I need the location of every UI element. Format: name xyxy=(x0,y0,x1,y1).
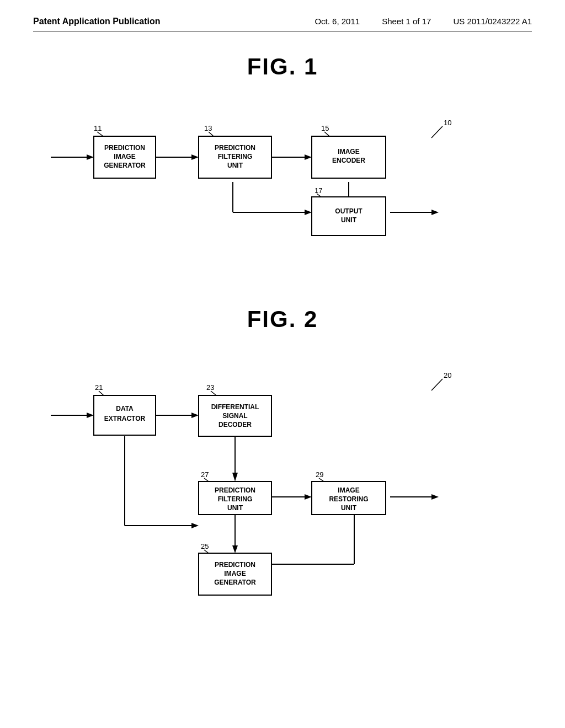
header-right: Oct. 6, 2011 Sheet 1 of 17 US 2011/02432… xyxy=(315,17,532,26)
svg-text:17: 17 xyxy=(315,186,322,195)
svg-text:ENCODER: ENCODER xyxy=(332,157,365,164)
svg-marker-53 xyxy=(351,507,357,515)
svg-text:11: 11 xyxy=(94,124,102,132)
svg-text:15: 15 xyxy=(321,124,329,132)
svg-text:DIFFERENTIAL: DIFFERENTIAL xyxy=(211,403,259,411)
svg-marker-50 xyxy=(232,545,238,553)
svg-text:GENERATOR: GENERATOR xyxy=(214,579,256,586)
svg-text:OUTPUT: OUTPUT xyxy=(335,207,363,215)
svg-text:25: 25 xyxy=(201,542,209,550)
svg-line-29 xyxy=(324,132,329,136)
svg-marker-43 xyxy=(191,523,199,528)
svg-line-18 xyxy=(97,132,103,136)
svg-marker-40 xyxy=(191,413,199,418)
svg-rect-13 xyxy=(94,136,156,178)
svg-rect-30 xyxy=(312,197,386,235)
svg-line-78 xyxy=(319,478,324,481)
svg-text:PREDICTION: PREDICTION xyxy=(215,486,255,494)
svg-marker-5 xyxy=(305,154,312,160)
svg-text:PREDICTION: PREDICTION xyxy=(104,144,145,152)
svg-rect-79 xyxy=(199,553,271,595)
svg-text:IMAGE: IMAGE xyxy=(114,153,135,160)
svg-line-66 xyxy=(211,391,216,395)
svg-text:IMAGE: IMAGE xyxy=(224,570,246,577)
svg-rect-61 xyxy=(199,395,271,436)
svg-text:IMAGE: IMAGE xyxy=(338,486,359,494)
svg-marker-47 xyxy=(305,494,312,500)
page-header: Patent Application Publication Oct. 6, 2… xyxy=(33,17,532,31)
svg-rect-67 xyxy=(199,481,271,515)
svg-rect-19 xyxy=(199,136,271,178)
svg-text:UNIT: UNIT xyxy=(227,504,243,512)
svg-text:SIGNAL: SIGNAL xyxy=(222,412,247,420)
svg-line-36 xyxy=(431,126,443,138)
svg-text:DATA: DATA xyxy=(116,405,134,413)
svg-text:23: 23 xyxy=(206,383,214,392)
svg-rect-73 xyxy=(312,481,386,515)
svg-text:GENERATOR: GENERATOR xyxy=(104,162,146,169)
fig1-diagram: PREDICTION IMAGE GENERATOR 11 PREDICTION… xyxy=(33,97,532,273)
svg-marker-12 xyxy=(431,210,439,215)
svg-marker-3 xyxy=(191,154,199,160)
fig2-svg: DATA EXTRACTOR 21 DIFFERENTIAL SIGNAL DE… xyxy=(33,349,532,581)
svg-text:UNIT: UNIT xyxy=(227,162,243,169)
svg-marker-1 xyxy=(87,154,94,160)
svg-text:IMAGE: IMAGE xyxy=(338,148,359,156)
svg-line-34 xyxy=(317,194,321,197)
svg-marker-45 xyxy=(232,473,238,481)
svg-text:20: 20 xyxy=(444,371,451,379)
svg-text:FILTERING: FILTERING xyxy=(218,495,252,503)
patent-number: US 2011/0243222 A1 xyxy=(453,17,532,26)
svg-text:PREDICTION: PREDICTION xyxy=(215,561,255,569)
svg-line-84 xyxy=(204,550,209,553)
svg-marker-10 xyxy=(346,197,351,206)
svg-text:PREDICTION: PREDICTION xyxy=(215,144,255,152)
svg-line-86 xyxy=(431,379,443,390)
page: Patent Application Publication Oct. 6, 2… xyxy=(0,0,565,728)
svg-text:13: 13 xyxy=(204,124,212,132)
svg-text:UNIT: UNIT xyxy=(341,216,357,224)
svg-marker-55 xyxy=(431,494,439,500)
pub-date: Oct. 6, 2011 xyxy=(315,17,360,26)
svg-marker-8 xyxy=(305,210,312,215)
fig2-title: FIG. 2 xyxy=(33,306,532,333)
fig1-title: FIG. 1 xyxy=(33,53,532,80)
fig2-diagram: DATA EXTRACTOR 21 DIFFERENTIAL SIGNAL DE… xyxy=(33,349,532,581)
fig1-svg: PREDICTION IMAGE GENERATOR 11 PREDICTION… xyxy=(33,97,532,262)
svg-line-60 xyxy=(99,391,104,395)
svg-text:27: 27 xyxy=(201,470,209,479)
svg-text:10: 10 xyxy=(444,119,451,127)
svg-text:DECODER: DECODER xyxy=(218,421,252,429)
svg-line-24 xyxy=(209,132,214,136)
svg-text:RESTORING: RESTORING xyxy=(329,495,368,503)
svg-line-72 xyxy=(204,478,209,481)
sheet-info: Sheet 1 of 17 xyxy=(382,17,431,26)
svg-rect-25 xyxy=(312,136,386,178)
svg-marker-38 xyxy=(87,413,94,418)
publication-label: Patent Application Publication xyxy=(33,17,161,26)
svg-text:EXTRACTOR: EXTRACTOR xyxy=(104,415,146,422)
svg-text:21: 21 xyxy=(95,383,103,392)
svg-rect-56 xyxy=(94,395,156,435)
svg-text:FILTERING: FILTERING xyxy=(218,153,252,160)
svg-text:29: 29 xyxy=(316,470,323,479)
svg-text:UNIT: UNIT xyxy=(341,504,357,512)
